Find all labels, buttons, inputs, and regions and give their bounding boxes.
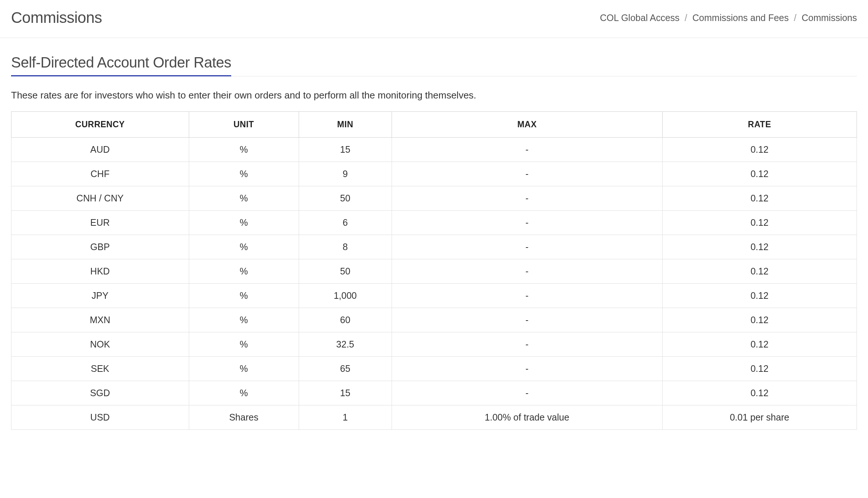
cell-min: 1 xyxy=(299,405,392,430)
cell-rate: 0.12 xyxy=(662,235,857,259)
cell-rate: 0.12 xyxy=(662,138,857,162)
table-row: AUD%15-0.12 xyxy=(11,138,857,162)
breadcrumb-link-commissions-and-fees[interactable]: Commissions and Fees xyxy=(692,13,789,23)
col-min: MIN xyxy=(299,112,392,138)
cell-rate: 0.12 xyxy=(662,357,857,381)
cell-currency: EUR xyxy=(11,211,189,235)
cell-unit: % xyxy=(189,308,299,332)
cell-rate: 0.12 xyxy=(662,259,857,284)
cell-max: - xyxy=(392,332,662,357)
cell-min: 1,000 xyxy=(299,284,392,308)
cell-min: 15 xyxy=(299,138,392,162)
cell-unit: % xyxy=(189,138,299,162)
cell-max: - xyxy=(392,186,662,211)
col-currency: CURRENCY xyxy=(11,112,189,138)
cell-max: - xyxy=(392,235,662,259)
table-row: EUR%6-0.12 xyxy=(11,211,857,235)
table-row: CHF%9-0.12 xyxy=(11,162,857,186)
cell-currency: JPY xyxy=(11,284,189,308)
cell-rate: 0.12 xyxy=(662,186,857,211)
cell-unit: % xyxy=(189,162,299,186)
table-row: HKD%50-0.12 xyxy=(11,259,857,284)
cell-min: 32.5 xyxy=(299,332,392,357)
cell-currency: HKD xyxy=(11,259,189,284)
cell-min: 9 xyxy=(299,162,392,186)
cell-unit: % xyxy=(189,332,299,357)
table-row: MXN%60-0.12 xyxy=(11,308,857,332)
cell-min: 6 xyxy=(299,211,392,235)
rates-table: CURRENCY UNIT MIN MAX RATE AUD%15-0.12CH… xyxy=(11,111,857,430)
col-rate: RATE xyxy=(662,112,857,138)
table-row: USDShares11.00% of trade value0.01 per s… xyxy=(11,405,857,430)
cell-max: - xyxy=(392,284,662,308)
cell-unit: % xyxy=(189,235,299,259)
section-description: These rates are for investors who wish t… xyxy=(11,90,857,101)
cell-max: - xyxy=(392,308,662,332)
content-area: Self-Directed Account Order Rates These … xyxy=(0,38,868,441)
cell-rate: 0.12 xyxy=(662,308,857,332)
table-row: JPY%1,000-0.12 xyxy=(11,284,857,308)
col-unit: UNIT xyxy=(189,112,299,138)
breadcrumb: COL Global Access / Commissions and Fees… xyxy=(600,13,857,23)
cell-max: - xyxy=(392,211,662,235)
cell-unit: % xyxy=(189,381,299,405)
cell-min: 50 xyxy=(299,259,392,284)
cell-rate: 0.12 xyxy=(662,284,857,308)
cell-min: 15 xyxy=(299,381,392,405)
cell-currency: USD xyxy=(11,405,189,430)
cell-max: - xyxy=(392,138,662,162)
cell-min: 65 xyxy=(299,357,392,381)
cell-max: - xyxy=(392,381,662,405)
breadcrumb-current: Commissions xyxy=(802,13,857,23)
table-row: SEK%65-0.12 xyxy=(11,357,857,381)
cell-min: 60 xyxy=(299,308,392,332)
section-heading-wrap: Self-Directed Account Order Rates xyxy=(11,54,857,76)
table-row: CNH / CNY%50-0.12 xyxy=(11,186,857,211)
cell-rate: 0.12 xyxy=(662,162,857,186)
section-heading: Self-Directed Account Order Rates xyxy=(11,54,231,76)
table-row: SGD%15-0.12 xyxy=(11,381,857,405)
cell-currency: CHF xyxy=(11,162,189,186)
cell-unit: % xyxy=(189,211,299,235)
cell-max: - xyxy=(392,259,662,284)
cell-rate: 0.01 per share xyxy=(662,405,857,430)
page-title: Commissions xyxy=(11,9,102,27)
breadcrumb-separator: / xyxy=(794,13,796,23)
cell-rate: 0.12 xyxy=(662,211,857,235)
cell-currency: NOK xyxy=(11,332,189,357)
cell-rate: 0.12 xyxy=(662,381,857,405)
breadcrumb-link-col-global-access[interactable]: COL Global Access xyxy=(600,13,680,23)
cell-unit: % xyxy=(189,186,299,211)
cell-currency: SEK xyxy=(11,357,189,381)
cell-currency: MXN xyxy=(11,308,189,332)
cell-currency: GBP xyxy=(11,235,189,259)
cell-min: 50 xyxy=(299,186,392,211)
cell-max: - xyxy=(392,357,662,381)
cell-rate: 0.12 xyxy=(662,332,857,357)
cell-currency: AUD xyxy=(11,138,189,162)
header-bar: Commissions COL Global Access / Commissi… xyxy=(0,0,868,38)
cell-currency: CNH / CNY xyxy=(11,186,189,211)
col-max: MAX xyxy=(392,112,662,138)
breadcrumb-separator: / xyxy=(685,13,687,23)
cell-unit: Shares xyxy=(189,405,299,430)
cell-unit: % xyxy=(189,357,299,381)
cell-unit: % xyxy=(189,284,299,308)
cell-currency: SGD xyxy=(11,381,189,405)
table-row: NOK%32.5-0.12 xyxy=(11,332,857,357)
cell-max: 1.00% of trade value xyxy=(392,405,662,430)
table-header-row: CURRENCY UNIT MIN MAX RATE xyxy=(11,112,857,138)
table-row: GBP%8-0.12 xyxy=(11,235,857,259)
cell-min: 8 xyxy=(299,235,392,259)
cell-unit: % xyxy=(189,259,299,284)
cell-max: - xyxy=(392,162,662,186)
